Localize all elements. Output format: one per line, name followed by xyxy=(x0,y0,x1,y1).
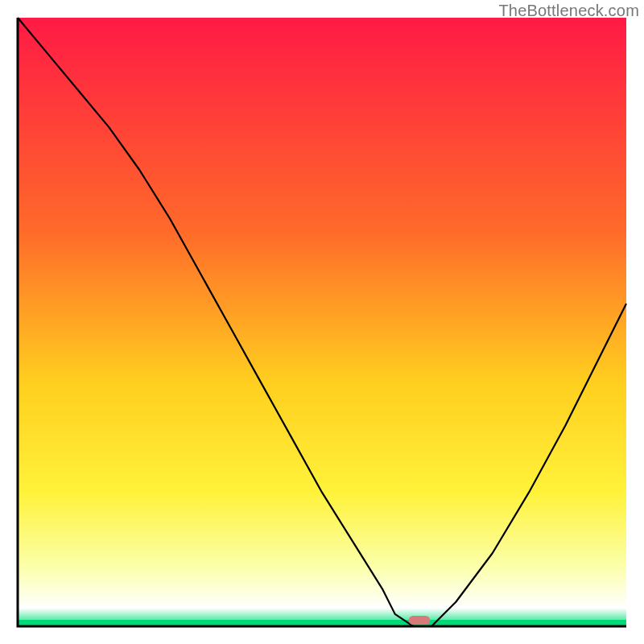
watermark-text: TheBottleneck.com xyxy=(498,2,639,20)
gradient-background xyxy=(18,18,626,626)
optimal-marker xyxy=(409,616,430,625)
bottleneck-chart xyxy=(0,0,644,644)
